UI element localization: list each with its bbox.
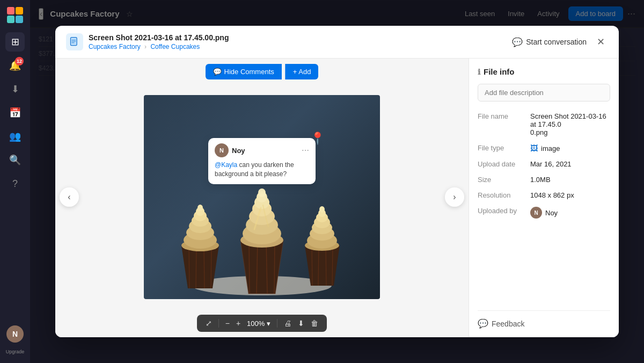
info-row-resolution: Resolution 1048 x 862 px	[478, 191, 610, 199]
info-row-filename: File name Screen Shot 2021-03-16 at 17.4…	[478, 112, 610, 136]
modal-header-actions: 💬 Start conversation ✕	[512, 34, 608, 49]
filename-value: Screen Shot 2021-03-16 at 17.45.00.png	[530, 112, 610, 136]
print-icon[interactable]: 🖨	[284, 319, 291, 328]
cupcakes-svg	[144, 95, 380, 299]
nav-right-button[interactable]: ›	[445, 187, 464, 207]
uploader-avatar: N	[530, 207, 542, 219]
start-conversation-label: Start conversation	[526, 38, 587, 46]
panel-title-label: File info	[484, 67, 515, 76]
file-viewer-modal: Screen Shot 2021-03-16 at 17.45.00.png C…	[55, 26, 619, 337]
svg-point-14	[258, 188, 266, 197]
breadcrumb-child[interactable]: Coffee Cupcakes	[150, 43, 200, 50]
upgrade-label: Upgrade	[6, 349, 25, 354]
modal-overlay[interactable]: Screen Shot 2021-03-16 at 17.45.00.png C…	[30, 0, 644, 363]
hide-comments-button[interactable]: 💬 Hide Comments	[206, 64, 282, 79]
file-name-header: Screen Shot 2021-03-16 at 17.45.00.png	[89, 33, 512, 42]
panel-footer: 💬 Feedback	[478, 310, 610, 329]
feedback-label: Feedback	[492, 320, 524, 328]
feedback-icon: 💬	[478, 318, 488, 329]
date-label: Upload date	[478, 160, 526, 168]
start-conversation-button[interactable]: 💬 Start conversation	[512, 37, 587, 47]
zoom-bar: ⤢ − + 100% ▾ 🖨 ⬇ 🗑	[188, 309, 336, 337]
sidebar-item-people[interactable]: 👥	[5, 127, 25, 146]
size-value: 1.0MB	[530, 176, 551, 184]
filetype-icon: 🖼	[530, 144, 538, 153]
sidebar-item-home[interactable]: ⊞	[5, 32, 25, 52]
comment-avatar: N	[215, 143, 229, 157]
filetype-label: File type	[478, 144, 526, 152]
modal-body: 💬 Hide Comments + Add ‹	[55, 59, 619, 337]
zoom-out-icon[interactable]: −	[225, 319, 230, 328]
comment-mention: @Kayla	[215, 161, 237, 169]
notification-badge: 12	[15, 57, 24, 66]
date-value: Mar 16, 2021	[530, 160, 572, 168]
svg-line-3	[249, 240, 250, 294]
image-container: ‹	[55, 85, 469, 309]
breadcrumb: Cupcakes Factory › Coffee Cupcakes	[89, 43, 512, 50]
fit-to-screen-icon[interactable]: ⤢	[206, 319, 212, 328]
image-toolbar: 💬 Hide Comments + Add	[197, 59, 327, 85]
sidebar: ⊞ 🔔 12 ⬇ 📅 👥 🔍 ? N Upgrade	[0, 0, 30, 363]
main-area: ‹ Cupcakes Factory ☆ Last seen Invite Ac…	[30, 0, 644, 363]
sidebar-item-notifications[interactable]: 🔔 12	[5, 56, 25, 75]
nav-left-button[interactable]: ‹	[60, 187, 79, 207]
cupcake-image: N Noy ⋯ @Kayla can you darken the backgr…	[144, 95, 380, 299]
modal-close-button[interactable]: ✕	[593, 34, 608, 49]
hide-comments-label: Hide Comments	[224, 68, 274, 76]
zoom-percentage: 100%	[247, 320, 265, 328]
zoom-separator-1	[218, 319, 219, 328]
breadcrumb-sep: ›	[144, 43, 147, 50]
uploader-label: Uploaded by	[478, 207, 526, 215]
zoom-value-selector[interactable]: 100% ▾	[247, 320, 270, 328]
resolution-label: Resolution	[478, 191, 526, 199]
filetype-value: 🖼 image	[530, 144, 560, 153]
sidebar-item-help[interactable]: ?	[5, 174, 25, 193]
svg-point-38	[319, 206, 325, 213]
add-button[interactable]: + Add	[285, 64, 319, 79]
comment-username: Noy	[232, 147, 245, 155]
right-panel: ℹ File info File name Screen Shot 2021-0…	[469, 59, 619, 337]
sidebar-item-search[interactable]: 🔍	[5, 150, 25, 170]
comment-header: N Noy ⋯	[215, 143, 309, 157]
comment-bubble: N Noy ⋯ @Kayla can you darken the backgr…	[208, 138, 316, 184]
delete-icon[interactable]: 🗑	[311, 319, 318, 328]
modal-header: Screen Shot 2021-03-16 at 17.45.00.png C…	[55, 26, 619, 59]
avatar[interactable]: N	[6, 325, 24, 343]
add-label: + Add	[293, 68, 311, 76]
info-row-filetype: File type 🖼 image	[478, 144, 610, 153]
download-icon[interactable]: ⬇	[298, 319, 304, 328]
size-label: Size	[478, 176, 526, 184]
hide-comments-icon: 💬	[213, 68, 222, 76]
info-icon: ℹ	[478, 68, 480, 76]
pin-marker: 📍	[310, 132, 325, 146]
file-icon	[66, 33, 83, 50]
sidebar-item-calendar[interactable]: 📅	[5, 103, 25, 122]
zoom-separator-2	[277, 319, 277, 328]
panel-title: ℹ File info	[478, 67, 610, 76]
logo[interactable]	[6, 6, 24, 24]
description-input[interactable]	[478, 84, 610, 101]
comment-options-icon[interactable]: ⋯	[302, 146, 309, 155]
conversation-icon: 💬	[512, 37, 523, 47]
comment-text: @Kayla can you darken the background a b…	[215, 161, 309, 179]
svg-line-6	[274, 240, 275, 294]
zoom-chevron-icon: ▾	[267, 320, 270, 328]
filename-label: File name	[478, 112, 526, 120]
image-area: 💬 Hide Comments + Add ‹	[55, 59, 469, 337]
sidebar-item-inbox[interactable]: ⬇	[5, 79, 25, 99]
info-row-uploaded-by: Uploaded by N Noy	[478, 207, 610, 219]
svg-point-26	[197, 205, 203, 211]
breadcrumb-parent[interactable]: Cupcakes Factory	[89, 43, 141, 50]
info-row-date: Upload date Mar 16, 2021	[478, 160, 610, 168]
uploader-value: N Noy	[530, 207, 558, 219]
file-info-header: Screen Shot 2021-03-16 at 17.45.00.png C…	[89, 33, 512, 50]
feedback-button[interactable]: 💬 Feedback	[478, 318, 524, 329]
comment-user: N Noy	[215, 143, 245, 157]
zoom-bar-inner: ⤢ − + 100% ▾ 🖨 ⬇ 🗑	[197, 315, 327, 332]
info-row-size: Size 1.0MB	[478, 176, 610, 184]
resolution-value: 1048 x 862 px	[530, 191, 574, 199]
zoom-in-icon[interactable]: +	[236, 319, 240, 328]
